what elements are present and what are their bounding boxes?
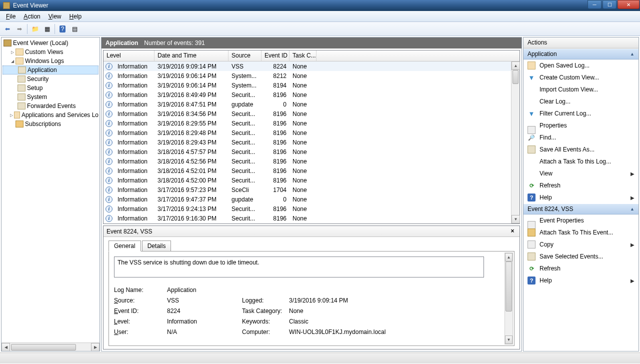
minimize-button[interactable]: ─	[588, 0, 602, 9]
toolbar-show-tree[interactable]: 📁	[30, 24, 40, 34]
folder-icon	[14, 112, 20, 118]
cell-level: Information	[114, 158, 154, 165]
expand-icon[interactable]	[10, 50, 16, 54]
label-taskcat: Task Category:	[242, 308, 289, 318]
action-help[interactable]: ?Help▶	[524, 192, 638, 204]
close-button[interactable]: ✕	[618, 0, 640, 9]
tree-security[interactable]: Security	[2, 74, 98, 84]
tree-system[interactable]: System	[2, 92, 98, 102]
forward-button[interactable]: ➡	[14, 24, 25, 34]
menu-help[interactable]: Help	[66, 12, 86, 22]
table-row[interactable]: iInformation3/19/2016 8:29:48 PMSecurit.…	[104, 128, 520, 138]
action-copy[interactable]: Copy▶	[524, 238, 638, 250]
back-button[interactable]: ⬅	[2, 24, 13, 34]
action-open-saved-log[interactable]: Open Saved Log...	[524, 60, 638, 72]
table-row[interactable]: iInformation3/17/2016 9:47:37 PMgupdate0…	[104, 194, 520, 204]
scroll-up-button[interactable]: ▲	[512, 62, 520, 70]
actions-group-event[interactable]: Event 8224, VSS▲	[524, 204, 638, 214]
scroll-up-button[interactable]: ▲	[505, 253, 512, 262]
menu-action[interactable]: Action	[20, 12, 44, 22]
scroll-down-button[interactable]: ▼	[512, 215, 520, 224]
grid-header: Level Date and Time Source Event ID Task…	[104, 50, 520, 62]
col-source[interactable]: Source	[228, 50, 262, 61]
val-taskcat: None	[289, 308, 509, 318]
refresh-icon: ⟳	[528, 182, 536, 190]
action-refresh[interactable]: ⟳Refresh	[524, 180, 638, 192]
action-clear-log[interactable]: Clear Log...	[524, 96, 638, 108]
tab-general[interactable]: General	[108, 240, 141, 252]
tree-windows-logs[interactable]: Windows Logs	[2, 56, 98, 66]
table-row[interactable]: iInformation3/17/2016 9:24:13 PMSecurit.…	[104, 204, 520, 214]
table-row[interactable]: iInformation3/19/2016 9:06:14 PMSystem..…	[104, 80, 520, 90]
tree-setup[interactable]: Setup	[2, 84, 98, 92]
action-save-selected[interactable]: Save Selected Events...	[524, 250, 638, 262]
toolbar-help[interactable]: ?	[57, 24, 68, 34]
save-icon	[528, 146, 536, 154]
table-row[interactable]: iInformation3/19/2016 9:09:14 PMVSS8224N…	[104, 62, 520, 71]
grid-vertical-scrollbar[interactable]: ▲ ▼	[511, 62, 520, 224]
menu-file[interactable]: File	[2, 12, 20, 22]
toolbar-properties[interactable]: ▦	[42, 24, 52, 34]
tree-forwarded[interactable]: Forwarded Events	[2, 102, 98, 110]
table-row[interactable]: iInformation3/18/2016 4:52:56 PMSecurit.…	[104, 156, 520, 166]
blank-icon	[528, 158, 536, 166]
scroll-thumb[interactable]	[512, 70, 518, 84]
col-level[interactable]: Level	[104, 50, 154, 61]
toolbar-preview[interactable]: ▤	[69, 24, 80, 34]
col-eventid[interactable]: Event ID	[262, 50, 290, 61]
table-row[interactable]: iInformation3/19/2016 8:49:49 PMSecurit.…	[104, 90, 520, 100]
action-import-custom-view[interactable]: Import Custom View...	[524, 84, 638, 96]
actions-group-application[interactable]: Application▲	[524, 48, 638, 60]
tree-root[interactable]: Event Viewer (Local)	[2, 38, 98, 48]
tree-subscriptions[interactable]: Subscriptions	[2, 120, 98, 128]
collapse-icon[interactable]	[10, 58, 16, 64]
action-find[interactable]: 🔎Find...	[524, 132, 638, 144]
tree-apps-services[interactable]: Applications and Services Lo	[2, 110, 98, 120]
val-computer: WIN-UOL39L0F1KJ.mydomain.local	[289, 328, 509, 339]
table-row[interactable]: iInformation3/19/2016 8:29:55 PMSecurit.…	[104, 118, 520, 128]
action-save-all[interactable]: Save All Events As...	[524, 144, 638, 156]
tab-details[interactable]: Details	[142, 240, 172, 252]
action-create-custom-view[interactable]: ▼Create Custom View...	[524, 72, 638, 84]
table-row[interactable]: iInformation3/17/2016 9:16:30 PMSecurit.…	[104, 214, 520, 222]
help-icon: ?	[528, 276, 536, 284]
chevron-right-icon: ▶	[630, 278, 634, 284]
maximize-button[interactable]: ☐	[602, 0, 616, 9]
table-row[interactable]: iInformation3/18/2016 4:57:57 PMSecurit.…	[104, 147, 520, 156]
table-row[interactable]: iInformation3/19/2016 8:34:56 PMSecurit.…	[104, 109, 520, 118]
menu-view[interactable]: View	[44, 12, 66, 22]
action-properties[interactable]: Properties	[524, 120, 638, 132]
table-row[interactable]: iInformation3/19/2016 9:06:14 PMSystem..…	[104, 71, 520, 80]
table-row[interactable]: iInformation3/18/2016 4:52:00 PMSecurit.…	[104, 176, 520, 185]
scroll-down-button[interactable]: ▼	[505, 336, 512, 344]
cell-datetime: 3/19/2016 9:06:14 PM	[154, 82, 228, 89]
expand-icon[interactable]	[10, 112, 14, 118]
scroll-left-button[interactable]: ◀	[2, 343, 10, 352]
col-taskcategory[interactable]: Task C...	[290, 50, 316, 61]
scroll-right-button[interactable]: ▶	[91, 343, 100, 352]
tree-custom-views[interactable]: Custom Views	[2, 48, 98, 56]
scroll-thumb[interactable]	[11, 344, 76, 350]
action-refresh-event[interactable]: ⟳Refresh	[524, 262, 638, 274]
action-attach-task[interactable]: Attach a Task To this Log...	[524, 156, 638, 168]
tree-horizontal-scrollbar[interactable]: ◀ ▶	[2, 342, 100, 351]
cell-level: Information	[114, 92, 154, 98]
cell-datetime: 3/17/2016 9:47:37 PM	[154, 196, 228, 203]
table-row[interactable]: iInformation3/19/2016 8:47:51 PMgupdate0…	[104, 100, 520, 109]
table-row[interactable]: iInformation3/18/2016 4:52:01 PMSecurit.…	[104, 166, 520, 176]
scroll-thumb[interactable]	[506, 262, 512, 312]
action-view[interactable]: View▶	[524, 168, 638, 180]
action-attach-task-event[interactable]: Attach Task To This Event...	[524, 226, 638, 238]
detail-vertical-scrollbar[interactable]: ▲ ▼	[504, 252, 513, 344]
action-help-event[interactable]: ?Help▶	[524, 274, 638, 286]
action-filter-log[interactable]: ▼Filter Current Log...	[524, 108, 638, 120]
collapse-icon[interactable]: ▲	[630, 206, 634, 212]
col-datetime[interactable]: Date and Time	[154, 50, 228, 61]
table-row[interactable]: iInformation3/19/2016 8:29:43 PMSecurit.…	[104, 138, 520, 147]
cell-level: Information	[114, 72, 154, 80]
collapse-icon[interactable]: ▲	[630, 52, 634, 56]
table-row[interactable]: iInformation3/17/2016 9:57:23 PMSceCli17…	[104, 185, 520, 194]
action-event-properties[interactable]: Event Properties	[524, 214, 638, 226]
detail-close-button[interactable]: ×	[508, 228, 516, 236]
tree-application[interactable]: Application	[2, 66, 98, 74]
